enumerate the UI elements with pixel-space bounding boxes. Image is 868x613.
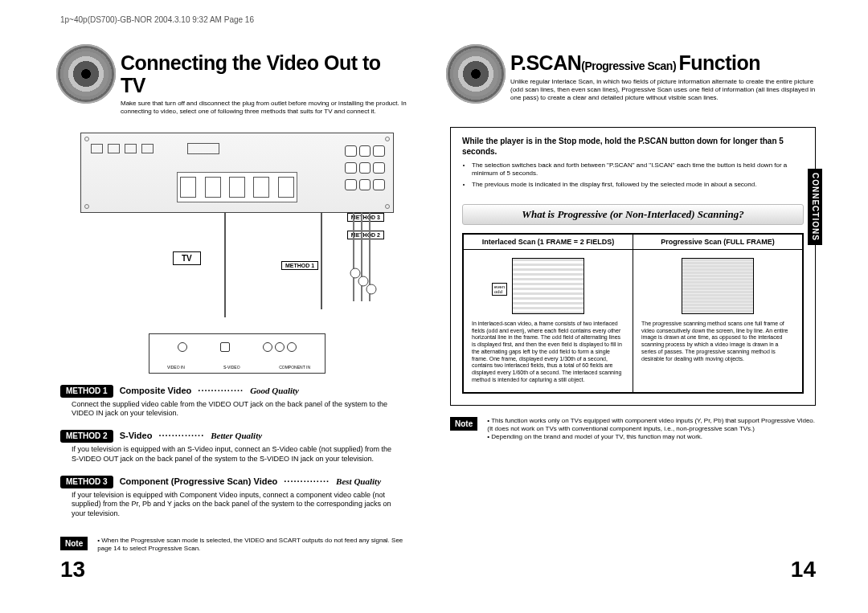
page-number-13: 13 [60, 557, 85, 582]
note-right-2: Depending on the brand and model of your… [491, 433, 702, 440]
method2-badge: METHOD 2 [60, 430, 113, 443]
intro-left: Make sure that turn off and disconnect t… [121, 100, 410, 116]
method3-quality: Best Quality [336, 476, 381, 486]
method-1: METHOD 1 Composite Video ·············· … [60, 385, 398, 419]
th-progressive: Progressive Scan (FULL FRAME) [633, 234, 803, 249]
tv-port-video: VIDEO IN [167, 365, 185, 370]
amplifier-rear-panel [80, 133, 394, 213]
method-3: METHOD 3 Component (Progressive Scan) Vi… [60, 476, 398, 519]
tv-port-component: COMPONENT IN [279, 365, 310, 370]
crop-mark: 1p~40p(DS700)-GB-NOR 2004.3.10 9:32 AM P… [60, 16, 254, 24]
method1-body: Connect the supplied video cable from th… [72, 400, 398, 419]
tv-port-svideo: S-VIDEO [223, 365, 240, 370]
progressive-diagram [682, 258, 754, 314]
svg-point-1 [358, 276, 368, 286]
note-left: Note • When the Progressive scan mode is… [60, 537, 410, 554]
pscan-item-2: The previous mode is indicated in the di… [472, 181, 804, 189]
note-badge: Note [450, 417, 477, 431]
tv-label: TV [173, 251, 201, 265]
note-badge: Note [60, 537, 88, 550]
svg-point-2 [366, 284, 376, 294]
intro-right: Unlike regular Interlace Scan, in which … [510, 78, 816, 103]
method2-title: S-Video [120, 431, 153, 440]
method1-badge: METHOD 1 [60, 385, 113, 398]
tv-input-panel: VIDEO IN S-VIDEO COMPONENT IN [149, 333, 326, 374]
method1-quality: Good Quality [250, 386, 299, 395]
method1-title: Composite Video [120, 386, 192, 395]
section-tab-connections: CONNECTIONS [808, 169, 822, 245]
method2-body: If you television is equipped with an S-… [72, 445, 398, 464]
method3-title: Component (Progressive Scan) Video [120, 476, 278, 486]
pscan-item-1: The selection switches back and forth be… [472, 161, 804, 178]
progressive-desc: The progressive scanning method scans on… [641, 321, 794, 363]
scan-comparison-table: Interlaced Scan (1 FRAME = 2 FIELDS) Pro… [462, 233, 804, 394]
pscan-instructions: While the player is in the Stop mode, ho… [450, 127, 816, 406]
page-13: Connecting the Video Out to TV Make sure… [60, 44, 410, 566]
method2-quality: Better Quality [211, 431, 262, 440]
page-title-right: P.SCAN(Progressive Scan) Function [510, 44, 816, 75]
page-title-left: Connecting the Video Out to TV [121, 44, 410, 96]
page-spread: Connecting the Video Out to TV Make sure… [60, 44, 808, 566]
method3-badge: METHOD 3 [60, 476, 113, 488]
method3-body: If your television is equipped with Comp… [72, 491, 398, 519]
question-title: What is Progressive (or Non-Interlaced) … [462, 204, 804, 225]
interlaced-desc: In interlaced-scan video, a frame consis… [472, 321, 624, 384]
note-right: Note • This function works only on TVs e… [450, 417, 816, 442]
svg-point-0 [350, 268, 360, 278]
connection-diagram: METHOD 3 METHOD 2 METHOD 1 TV VID [80, 133, 394, 374]
method-2: METHOD 2 S-Video ·············· Better Q… [60, 430, 398, 464]
speaker-icon [446, 44, 506, 104]
th-interlaced: Interlaced Scan (1 FRAME = 2 FIELDS) [464, 234, 633, 249]
note-right-1: This function works only on TVs equipped… [487, 417, 815, 432]
cable-lines [80, 213, 394, 333]
page-number-14: 14 [791, 557, 816, 582]
speaker-icon [56, 44, 116, 104]
note-text: When the Progressive scan mode is select… [97, 537, 403, 552]
pscan-header: While the player is in the Stop mode, ho… [462, 136, 804, 157]
even-odd-label: even odd [492, 283, 507, 296]
page-14: P.SCAN(Progressive Scan) Function Unlike… [450, 44, 816, 566]
interlaced-diagram: even odd [512, 258, 584, 314]
